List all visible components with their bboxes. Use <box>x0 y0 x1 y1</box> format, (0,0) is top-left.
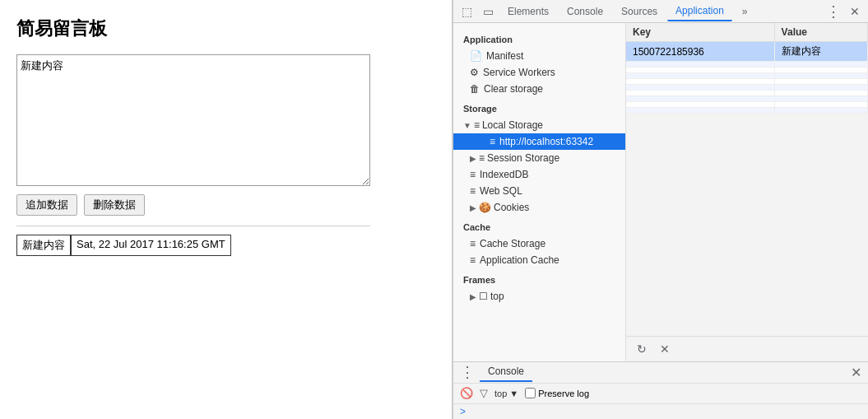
session-storage-icon: ≡ <box>479 152 485 164</box>
refresh-table-btn[interactable]: ↻ <box>633 340 651 358</box>
table-cell-key <box>626 85 774 91</box>
devtools-tab-bar: ⬚ ▭ Elements Console Sources Application… <box>453 0 868 23</box>
devtools-body: Application 📄 Manifest ⚙ Service Workers… <box>453 23 868 361</box>
kv-table: Key Value 1500722185936新建内容 <box>626 23 868 114</box>
expand-cookies-arrow: ▶ <box>470 203 476 212</box>
table-row[interactable] <box>626 102 868 108</box>
inspect-icon[interactable]: ⬚ <box>457 2 476 21</box>
table-row[interactable] <box>626 68 868 73</box>
table-row[interactable]: 1500722185936新建内容 <box>626 42 868 62</box>
table-row[interactable] <box>626 62 868 68</box>
table-cell-value <box>774 79 867 85</box>
table-cell-key <box>626 68 774 73</box>
preserve-log-checkbox[interactable]: Preserve log <box>525 388 589 398</box>
section-storage: Storage <box>453 100 625 117</box>
sidebar-item-indexeddb[interactable]: ≡ IndexedDB <box>453 166 625 183</box>
message-input[interactable]: 新建内容 <box>16 54 370 186</box>
more-tabs-btn[interactable]: » <box>734 2 756 21</box>
sidebar: Application 📄 Manifest ⚙ Service Workers… <box>453 23 626 361</box>
sidebar-item-cache-storage[interactable]: ≡ Cache Storage <box>453 235 625 252</box>
table-cell-value <box>774 68 867 73</box>
record-timestamp: Sat, 22 Jul 2017 11:16:25 GMT <box>71 235 231 256</box>
section-application: Application <box>453 31 625 48</box>
clear-storage-icon: 🗑 <box>470 83 480 95</box>
console-close-btn[interactable]: ✕ <box>847 365 865 380</box>
console-more-btn[interactable]: ⋮ <box>457 363 478 381</box>
devtools-close-btn[interactable]: ✕ <box>845 2 865 21</box>
sidebar-item-clear-storage[interactable]: 🗑 Clear storage <box>453 81 625 97</box>
service-workers-icon: ⚙ <box>470 67 479 78</box>
tab-elements[interactable]: Elements <box>499 2 557 21</box>
value-column-header: Value <box>774 23 867 42</box>
table-cell-value <box>774 102 867 108</box>
table-cell-key <box>626 96 774 102</box>
table-row[interactable] <box>626 79 868 85</box>
left-panel: 简易留言板 新建内容 追加数据 删除数据 新建内容 Sat, 22 Jul 20… <box>0 0 453 419</box>
device-icon[interactable]: ▭ <box>478 2 498 21</box>
close-table-btn[interactable]: ✕ <box>656 340 674 358</box>
sidebar-item-manifest[interactable]: 📄 Manifest <box>453 48 625 64</box>
web-sql-icon: ≡ <box>470 185 476 197</box>
table-row[interactable] <box>626 108 868 114</box>
console-toolbar: 🚫 ▽ top ▼ Preserve log <box>453 384 868 405</box>
cookies-icon: 🍪 <box>479 202 491 213</box>
table-cell-value <box>774 73 867 79</box>
table-row[interactable] <box>626 85 868 91</box>
tab-application[interactable]: Application <box>667 2 732 21</box>
table-cell-value <box>774 91 867 96</box>
table-cell-key: 1500722185936 <box>626 42 774 62</box>
sidebar-item-cookies[interactable]: ▶ 🍪 Cookies <box>453 199 625 216</box>
tab-console[interactable]: Console <box>559 2 611 21</box>
manifest-icon: 📄 <box>470 50 482 62</box>
delete-button[interactable]: 删除数据 <box>84 194 145 216</box>
main-content: Key Value 1500722185936新建内容 ↻ ✕ <box>626 23 868 361</box>
table-cell-value <box>774 85 867 91</box>
table-cell-key <box>626 102 774 108</box>
add-button[interactable]: 追加数据 <box>16 194 77 216</box>
tab-sources[interactable]: Sources <box>613 2 666 21</box>
table-body: 1500722185936新建内容 <box>626 42 868 114</box>
table-row[interactable] <box>626 96 868 102</box>
expand-session-arrow: ▶ <box>470 154 476 163</box>
console-prompt: > <box>460 406 466 417</box>
table-cell-value: 新建内容 <box>774 42 867 62</box>
filter-icon[interactable]: ▽ <box>480 387 488 399</box>
devtools-more-btn[interactable]: ⋮ <box>824 2 843 21</box>
application-cache-icon: ≡ <box>470 254 476 266</box>
sidebar-item-frames-top[interactable]: ▶ ☐ top <box>453 288 625 305</box>
sidebar-item-session-storage[interactable]: ▶ ≡ Session Storage <box>453 150 625 166</box>
table-cell-key <box>626 91 774 96</box>
sidebar-item-application-cache[interactable]: ≡ Application Cache <box>453 252 625 268</box>
sidebar-item-localhost[interactable]: ≡ http://localhost:63342 <box>453 133 625 150</box>
record-row: 新建内容 Sat, 22 Jul 2017 11:16:25 GMT <box>16 235 435 256</box>
button-row: 追加数据 删除数据 <box>16 194 435 216</box>
separator <box>16 226 370 226</box>
sidebar-item-local-storage[interactable]: ▼ ≡ Local Storage <box>453 117 625 133</box>
table-area: Key Value 1500722185936新建内容 <box>626 23 868 336</box>
preserve-log-input[interactable] <box>525 388 536 398</box>
cache-storage-icon: ≡ <box>470 238 476 249</box>
local-storage-icon: ≡ <box>474 119 480 131</box>
console-tab[interactable]: Console <box>480 362 532 382</box>
section-frames: Frames <box>453 272 625 288</box>
indexeddb-icon: ≡ <box>470 169 476 180</box>
table-row[interactable] <box>626 91 868 96</box>
top-dropdown[interactable]: top ▼ <box>494 389 518 398</box>
table-cell-value <box>774 108 867 114</box>
console-tabs: ⋮ Console ✕ <box>453 362 868 384</box>
localhost-icon: ≡ <box>490 136 495 147</box>
table-cell-value <box>774 62 867 68</box>
page-title: 简易留言板 <box>16 16 435 41</box>
sidebar-item-service-workers[interactable]: ⚙ Service Workers <box>453 64 625 81</box>
table-row[interactable] <box>626 73 868 79</box>
console-bar: ⋮ Console ✕ 🚫 ▽ top ▼ Preserve log > <box>453 361 868 419</box>
sidebar-item-web-sql[interactable]: ≡ Web SQL <box>453 183 625 199</box>
table-cell-key <box>626 73 774 79</box>
expand-top-arrow: ▶ <box>470 292 476 301</box>
section-cache: Cache <box>453 219 625 235</box>
expand-local-storage-arrow: ▼ <box>463 121 471 130</box>
ban-icon[interactable]: 🚫 <box>460 387 473 399</box>
table-cell-key <box>626 79 774 85</box>
console-input-row: > <box>453 404 868 419</box>
record-content: 新建内容 <box>16 235 71 256</box>
